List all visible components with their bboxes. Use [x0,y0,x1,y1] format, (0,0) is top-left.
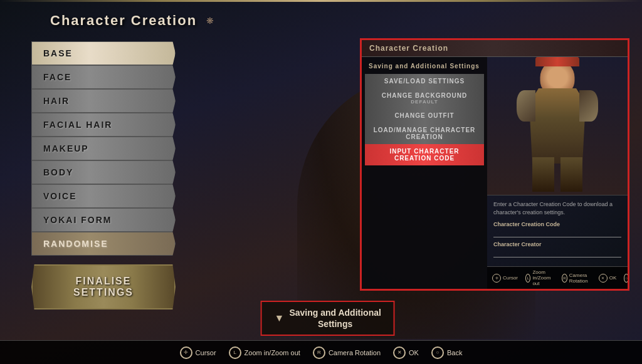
popup-header: Character Creation [362,40,628,57]
popup-dialog: Character Creation Saving and Additional… [360,38,629,291]
creator-input-field[interactable] [493,249,621,257]
finalise-settings-button[interactable]: FINALISE SETTINGS [31,264,176,309]
popup-ctrl-label: OK [609,275,617,281]
popup-ctrl-label: Camera Rotation [569,273,591,284]
title-area: Character Creation ❋ [0,3,642,32]
title-decoration: ❋ [206,16,214,26]
sidebar-item-voice[interactable]: VOICE [31,184,176,208]
popup-ctrl-icon: ○ [624,274,628,283]
popup-control-hint: ○ Close Additional Settings [624,269,628,286]
popup-control-hint: L Zoom in/Zoom out [525,269,554,286]
popup-menu-item-input-code[interactable]: INPUT CHARACTER CREATION CODE [365,144,484,165]
bottom-ctrl-label: Cursor [196,349,216,356]
popup-ctrl-icon: L [525,274,530,283]
sidebar-item-facial-hair[interactable]: FACIAL HAIR [31,113,176,137]
code-input-field[interactable] [493,229,621,237]
popup-ctrl-icon: ✕ [599,274,608,283]
popup-ctrl-icon: ✛ [492,274,501,283]
sidebar-item-face[interactable]: FACE [31,65,176,89]
popup-control-hint: ✕ OK [599,274,617,283]
popup-menu-item-change-bg[interactable]: CHANGE BACKGROUNDDEFAULT [365,88,484,108]
bottom-ctrl-icon: ○ [431,346,444,359]
top-decorative-border [0,0,642,2]
sidebar: BASEFACEHAIRFACIAL HAIRMAKEUPBODYVOICEYO… [31,35,176,361]
tooltip-line2: Settings [318,319,352,329]
bottom-ctrl-icon: R [313,346,325,359]
sidebar-item-yokai-form[interactable]: YOKAI FORM [31,208,176,232]
tooltip-text: Saving and Additional Settings [289,307,381,330]
bottom-control-hint: L Zoom in/Zoom out [229,346,300,359]
tooltip-box: ▼ Saving and Additional Settings [261,301,395,336]
popup-bottom-bar: ✛ CursorL Zoom in/Zoom outR Camera Rotat… [487,266,628,289]
popup-menu-item-load-manage[interactable]: LOAD/MANAGE CHARACTER CREATION [365,123,484,144]
popup-ctrl-label: Zoom in/Zoom out [532,269,554,286]
popup-subtitle: Saving and Additional Settings [365,60,484,72]
sidebar-item-makeup[interactable]: MAKEUP [31,137,176,160]
popup-input-area: Enter a Character Creation Code to downl… [487,195,628,266]
sidebar-item-base[interactable]: BASE [31,41,176,65]
bottom-control-hint: R Camera Rotation [313,346,381,359]
bottom-ctrl-icon: ✛ [180,346,192,359]
bottom-control-hint: ✛ Cursor [180,346,216,359]
sidebar-item-body[interactable]: BODY [31,160,176,184]
bottom-ctrl-label: OK [409,349,419,356]
bottom-ctrl-label: Back [447,349,462,356]
input-description: Enter a Character Creation Code to downl… [493,200,621,216]
sidebar-item-randomise[interactable]: RANDOMISE [31,232,176,256]
page-title: Character Creation [50,13,197,29]
code-input-row: Character Creation Code [493,221,621,237]
bottom-ctrl-icon: L [229,346,241,359]
character-portrait [487,57,628,195]
popup-control-hint: R Camera Rotation [562,273,591,284]
bottom-ctrl-label: Camera Rotation [329,349,381,356]
popup-menu-item-save-load[interactable]: SAVE/LOAD SETTINGS [365,74,484,88]
sidebar-item-hair[interactable]: HAIR [31,89,176,113]
popup-content: Saving and Additional Settings SAVE/LOAD… [362,57,628,289]
bottom-bar: ✛ CursorL Zoom in/Zoom outR Camera Rotat… [0,340,642,364]
popup-menu-sub-change-bg: DEFAULT [371,99,478,105]
bottom-control-hint: ○ Back [431,346,462,359]
popup-ctrl-label: Cursor [503,275,518,281]
right-panel: Character Creation Saving and Additional… [188,35,629,361]
code-label: Character Creation Code [493,221,621,227]
popup-menu: Saving and Additional Settings SAVE/LOAD… [362,57,487,289]
popup-control-hint: ✛ Cursor [492,274,518,283]
creator-input-row: Character Creator [493,241,621,257]
tooltip-arrow: ▼ [275,313,285,324]
popup-ctrl-icon: R [562,274,567,283]
bottom-control-hint: ✕ OK [393,346,419,359]
popup-title: Character Creation [369,44,448,53]
bottom-ctrl-icon: ✕ [393,346,406,359]
bottom-ctrl-label: Zoom in/Zoom out [245,349,300,356]
creator-label: Character Creator [493,241,621,247]
popup-menu-item-change-outfit[interactable]: CHANGE OUTFIT [365,108,484,123]
tooltip-line1: Saving and Additional [289,308,381,318]
popup-right-panel: Enter a Character Creation Code to downl… [487,57,628,289]
